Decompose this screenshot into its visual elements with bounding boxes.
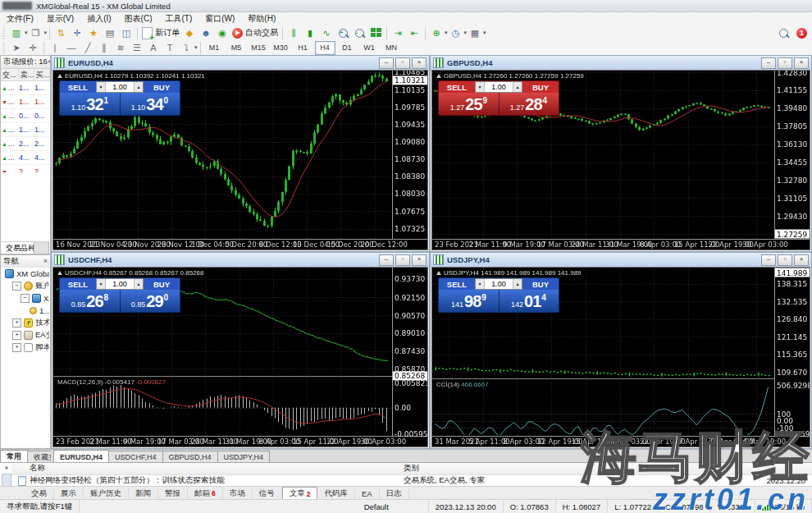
navigator-item-account[interactable]: −XMGlobal <box>2 292 49 305</box>
volume-value[interactable]: 1.00 <box>485 279 513 289</box>
chevron-down-icon[interactable]: ▾ <box>483 30 486 36</box>
chart-window-titlebar[interactable]: EURUSD,H4 – ▫ × <box>52 56 429 70</box>
navigator-item-scripts[interactable]: +脚本 <box>2 341 49 354</box>
volume-decrease-button[interactable]: ▼ <box>97 82 106 92</box>
chart-window-gbpusd[interactable]: GBPUSD,H4 – ▫ × GBPUSD,H4 1.27260 1.2726… <box>430 55 812 252</box>
navigator-toggle-icon[interactable]: ★ <box>86 26 101 39</box>
horizontal-line-tool-icon[interactable]: — <box>64 41 79 54</box>
menu-file[interactable]: 文件(F) <box>0 13 40 25</box>
bar-chart-type-icon[interactable]: ⫼ <box>286 26 301 39</box>
tab-symbols[interactable]: 交易品种 <box>2 242 34 254</box>
metaeditor-icon[interactable]: ◆ <box>182 26 197 39</box>
tree-expander-icon[interactable]: − <box>12 282 21 291</box>
buy-price[interactable]: 1.10340 <box>120 93 180 115</box>
ask-column-header[interactable]: 买... <box>34 69 50 80</box>
volume-value[interactable]: 1.00 <box>485 82 513 92</box>
close-icon[interactable]: × <box>794 254 809 266</box>
timeframe-m30[interactable]: M30 <box>271 41 291 55</box>
timeframe-m15[interactable]: M15 <box>249 41 269 55</box>
volume-value[interactable]: 1.00 <box>106 279 134 289</box>
volume-decrease-button[interactable]: ▼ <box>97 279 106 289</box>
market-watch-row[interactable]: ▲...4...4... <box>1 151 50 165</box>
chart-tab-usdjpy[interactable]: USDJPY,H4 <box>217 451 270 463</box>
chart-window-eurusd[interactable]: EURUSD,H4 – ▫ × EURUSD,H4 1.10279 1.1039… <box>51 55 430 252</box>
volume-decrease-button[interactable]: ▼ <box>476 82 485 92</box>
buy-price[interactable]: 0.85290 <box>120 290 180 312</box>
strategy-tester-icon[interactable]: ◫ <box>119 26 134 39</box>
menu-help[interactable]: 帮助(H) <box>241 13 282 25</box>
tree-expander-icon[interactable]: + <box>12 318 21 327</box>
sell-price[interactable]: 1.27259 <box>439 93 499 115</box>
close-icon[interactable]: × <box>2 464 11 472</box>
sell-button[interactable]: SELL <box>439 278 475 290</box>
timeframe-h1[interactable]: H1 <box>293 41 313 55</box>
volume-increase-button[interactable]: ▲ <box>134 82 143 92</box>
minimize-icon[interactable]: – <box>379 57 394 69</box>
buy-button[interactable]: BUY <box>144 81 180 93</box>
terminal-tab-6[interactable]: 邮箱6 <box>188 488 223 499</box>
chart-window-titlebar[interactable]: USDCHF,H4 – ▫ × <box>52 253 429 267</box>
timeframe-h4[interactable]: H4 <box>315 41 335 55</box>
cursor-tool-icon[interactable]: ➤ <box>9 41 24 54</box>
channel-tool-icon[interactable]: ∥ <box>97 41 112 54</box>
navigator-item-login[interactable]: 1... <box>2 305 49 317</box>
sell-button[interactable]: SELL <box>60 81 96 93</box>
line-chart-type-icon[interactable]: ∿ <box>319 26 334 39</box>
tree-expander-icon[interactable]: − <box>21 294 30 303</box>
vertical-line-tool-icon[interactable]: | <box>48 41 62 54</box>
terminal-tab-5[interactable]: 警报 <box>158 488 188 499</box>
lines-list-icon[interactable]: ☰ <box>130 41 144 54</box>
chevron-down-icon[interactable]: ▾ <box>464 30 468 36</box>
navigator-item-experts[interactable]: +EA交易 <box>2 329 49 341</box>
minimize-icon[interactable]: – <box>761 254 776 266</box>
tree-expander-icon[interactable]: + <box>12 331 21 340</box>
chart-window-titlebar[interactable]: GBPUSD,H4 – ▫ × <box>431 56 811 70</box>
terminal-tab-4[interactable]: 新闻 <box>129 488 158 499</box>
search-icon[interactable] <box>776 26 791 39</box>
toolbar-grip[interactable] <box>2 43 5 53</box>
tree-expander-icon[interactable]: + <box>12 343 21 352</box>
new-chart-icon[interactable]: ▥ <box>9 26 24 39</box>
terminal-tab-1[interactable]: 交易 <box>25 488 54 499</box>
volume-increase-button[interactable]: ▲ <box>134 279 143 289</box>
auto-trading-button[interactable]: 自动交易 <box>232 27 278 39</box>
chevron-down-icon[interactable]: ▾ <box>25 30 28 36</box>
timeframe-m1[interactable]: M1 <box>204 41 225 55</box>
fibonacci-tool-icon[interactable]: ≋ <box>113 41 128 54</box>
text-tool-icon[interactable]: A <box>146 41 161 54</box>
profiles-icon[interactable]: ❐ <box>29 26 43 39</box>
volume-value[interactable]: 1.00 <box>106 82 134 92</box>
menu-charts[interactable]: 图表(C) <box>118 13 159 25</box>
status-profile[interactable]: Default <box>358 500 429 513</box>
volume-increase-button[interactable]: ▲ <box>513 82 522 92</box>
zoom-out-icon[interactable]: - <box>352 26 367 39</box>
sell-price[interactable]: 1.10321 <box>60 93 120 115</box>
timeframe-m5[interactable]: M5 <box>226 41 247 55</box>
tab-favorites[interactable]: 收藏夹 <box>27 451 51 463</box>
terminal-tab-8[interactable]: 信号 <box>253 488 282 499</box>
restore-icon[interactable]: ▫ <box>778 254 792 266</box>
chevron-down-icon[interactable]: ▾ <box>44 30 48 36</box>
zoom-in-icon[interactable]: + <box>335 26 350 39</box>
close-icon[interactable]: × <box>43 258 48 265</box>
crosshair-tool-icon[interactable]: ✛ <box>25 41 40 54</box>
sell-button[interactable]: SELL <box>439 81 475 93</box>
chart-shift-icon[interactable]: ⇤ <box>407 26 422 39</box>
navigator-item-indicators[interactable]: +f技术指标 <box>2 317 49 329</box>
periods-icon[interactable]: ◷ <box>449 26 463 39</box>
sell-price[interactable]: 0.85268 <box>60 290 120 312</box>
sell-price[interactable]: 141989 <box>439 290 499 312</box>
chart-window-titlebar[interactable]: USDJPY,H4 – ▫ × <box>431 253 811 267</box>
volume-decrease-button[interactable]: ▼ <box>476 279 485 289</box>
terminal-tab-11[interactable]: EA <box>355 488 380 499</box>
terminal-toggle-icon[interactable]: ▤ <box>103 26 117 39</box>
arrows-tool-icon[interactable]: ⤵ <box>179 41 194 54</box>
restore-icon[interactable]: ▫ <box>778 57 792 69</box>
chevron-down-icon[interactable]: ▾ <box>445 30 448 36</box>
text-label-tool-icon[interactable]: T <box>162 41 177 54</box>
menu-view[interactable]: 显示(V) <box>40 13 80 25</box>
tab-tick-chart-stub[interactable] <box>34 242 49 254</box>
terminal-tab-10[interactable]: 代码库 <box>317 488 355 499</box>
timeframe-d1[interactable]: D1 <box>337 41 358 55</box>
market-watch-row[interactable]: ▲...1...1... <box>1 123 50 137</box>
